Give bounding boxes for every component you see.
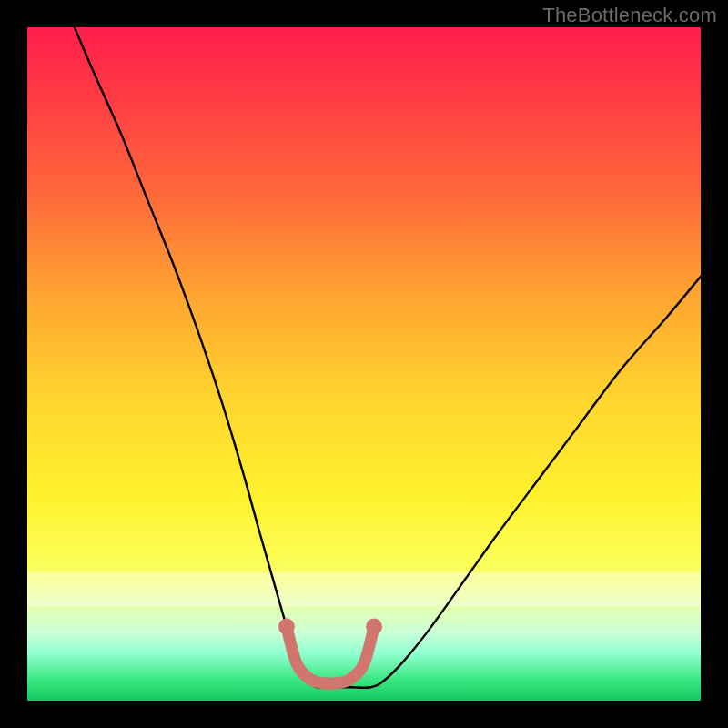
svg-point-1 xyxy=(366,619,382,635)
watermark-text: TheBottleneck.com xyxy=(542,4,717,27)
optimal-range-marker xyxy=(278,619,382,684)
plot-area xyxy=(27,27,701,701)
chart-svg xyxy=(27,27,701,701)
chart-frame: TheBottleneck.com xyxy=(0,0,728,728)
bottleneck-curve-line xyxy=(75,27,701,688)
svg-point-0 xyxy=(278,619,295,635)
